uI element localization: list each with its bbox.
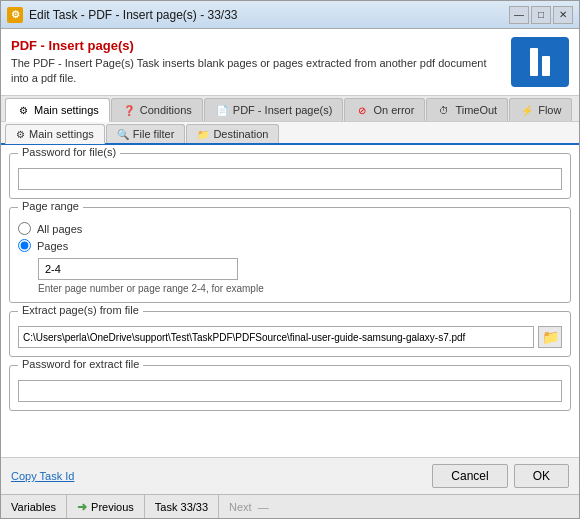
tab-pdf-insert-label: PDF - Insert page(s) <box>233 104 333 116</box>
password-file-legend: Password for file(s) <box>18 146 120 158</box>
tab-pdf-insert[interactable]: 📄 PDF - Insert page(s) <box>204 98 344 121</box>
tab-conditions-label: Conditions <box>140 104 192 116</box>
sub-tab-file-filter-label: File filter <box>133 128 175 140</box>
pages-radio[interactable] <box>18 239 31 252</box>
tab-conditions[interactable]: ❓ Conditions <box>111 98 203 121</box>
sub-main-settings-icon: ⚙ <box>16 129 25 140</box>
on-error-tab-icon: ⊘ <box>355 103 369 117</box>
extract-file-legend: Extract page(s) from file <box>18 304 143 316</box>
tab-timeout[interactable]: ⏱ TimeOut <box>426 98 508 121</box>
previous-arrow-icon: ➜ <box>77 500 87 514</box>
tab-flow-label: Flow <box>538 104 561 116</box>
tab-on-error[interactable]: ⊘ On error <box>344 98 425 121</box>
variables-status-item[interactable]: Variables <box>1 495 67 518</box>
all-pages-radio-item[interactable]: All pages <box>18 222 562 235</box>
header-text: PDF - Insert page(s) The PDF - Insert Pa… <box>11 38 501 87</box>
password-extract-input[interactable] <box>18 380 562 402</box>
tab-main-settings-label: Main settings <box>34 104 99 116</box>
password-extract-legend: Password for extract file <box>18 358 143 370</box>
pages-input[interactable] <box>38 258 238 280</box>
tab-main-settings[interactable]: ⚙ Main settings <box>5 98 110 122</box>
pages-radio-item[interactable]: Pages <box>18 239 562 252</box>
all-pages-label: All pages <box>37 223 82 235</box>
header-description: The PDF - Insert Page(s) Task inserts bl… <box>11 56 501 87</box>
sub-tab-main-settings[interactable]: ⚙ Main settings <box>5 124 105 144</box>
status-bar: Variables ➜ Previous Task 33/33 Next — <box>1 494 579 518</box>
password-extract-group: Password for extract file <box>9 365 571 411</box>
logo-bar-left <box>530 48 538 76</box>
previous-label: Previous <box>91 501 134 513</box>
footer-bar: Copy Task Id Cancel OK <box>1 457 579 494</box>
page-range-legend: Page range <box>18 200 83 212</box>
radio-group: All pages Pages <box>18 222 562 252</box>
pdf-insert-tab-icon: 📄 <box>215 103 229 117</box>
extract-file-group: Extract page(s) from file 📁 <box>9 311 571 357</box>
next-separator: — <box>258 501 269 513</box>
extract-file-input[interactable] <box>18 326 534 348</box>
tabs-bar: ⚙ Main settings ❓ Conditions 📄 PDF - Ins… <box>1 96 579 122</box>
extract-file-row: 📁 <box>18 326 562 348</box>
main-settings-tab-icon: ⚙ <box>16 103 30 117</box>
tab-flow[interactable]: ⚡ Flow <box>509 98 572 121</box>
sub-file-filter-icon: 🔍 <box>117 129 129 140</box>
browse-extract-button[interactable]: 📁 <box>538 326 562 348</box>
password-file-group: Password for file(s) <box>9 153 571 199</box>
ok-button[interactable]: OK <box>514 464 569 488</box>
sub-tab-main-settings-label: Main settings <box>29 128 94 140</box>
timeout-tab-icon: ⏱ <box>437 103 451 117</box>
previous-status-item[interactable]: ➜ Previous <box>67 495 145 518</box>
copy-task-id-link[interactable]: Copy Task Id <box>11 470 74 482</box>
task-status-item: Task 33/33 <box>145 495 219 518</box>
pages-label: Pages <box>37 240 68 252</box>
pages-input-wrap: Enter page number or page range 2-4, for… <box>18 258 562 294</box>
title-bar-buttons: — □ ✕ <box>509 6 573 24</box>
sub-tabs-bar: ⚙ Main settings 🔍 File filter 📁 Destinat… <box>1 122 579 145</box>
all-pages-radio[interactable] <box>18 222 31 235</box>
next-status-item: Next — <box>219 495 579 518</box>
content-area: PDF - Insert page(s) The PDF - Insert Pa… <box>1 29 579 518</box>
task-label: Task 33/33 <box>155 501 208 513</box>
sub-tab-destination-label: Destination <box>213 128 268 140</box>
cancel-button[interactable]: Cancel <box>432 464 507 488</box>
title-bar-left: ⚙ Edit Task - PDF - Insert page(s) - 33/… <box>7 7 238 23</box>
main-window: ⚙ Edit Task - PDF - Insert page(s) - 33/… <box>0 0 580 519</box>
window-icon: ⚙ <box>7 7 23 23</box>
flow-tab-icon: ⚡ <box>520 103 534 117</box>
window-title: Edit Task - PDF - Insert page(s) - 33/33 <box>29 8 238 22</box>
header-section: PDF - Insert page(s) The PDF - Insert Pa… <box>1 29 579 96</box>
title-bar: ⚙ Edit Task - PDF - Insert page(s) - 33/… <box>1 1 579 29</box>
tab-timeout-label: TimeOut <box>455 104 497 116</box>
header-title: PDF - Insert page(s) <box>11 38 501 53</box>
next-label: Next <box>229 501 252 513</box>
logo-bar-right <box>542 56 550 76</box>
logo-inner <box>530 48 550 76</box>
close-button[interactable]: ✕ <box>553 6 573 24</box>
pages-hint: Enter page number or page range 2-4, for… <box>38 283 562 294</box>
password-file-input[interactable] <box>18 168 562 190</box>
maximize-button[interactable]: □ <box>531 6 551 24</box>
page-range-group: Page range All pages Pages Enter page nu… <box>9 207 571 303</box>
conditions-tab-icon: ❓ <box>122 103 136 117</box>
tab-on-error-label: On error <box>373 104 414 116</box>
header-logo <box>511 37 569 87</box>
main-panel: Password for file(s) Page range All page… <box>1 145 579 457</box>
minimize-button[interactable]: — <box>509 6 529 24</box>
variables-label: Variables <box>11 501 56 513</box>
sub-destination-icon: 📁 <box>197 129 209 140</box>
footer-buttons: Cancel OK <box>432 464 569 488</box>
sub-tab-file-filter[interactable]: 🔍 File filter <box>106 124 186 143</box>
sub-tab-destination[interactable]: 📁 Destination <box>186 124 279 143</box>
